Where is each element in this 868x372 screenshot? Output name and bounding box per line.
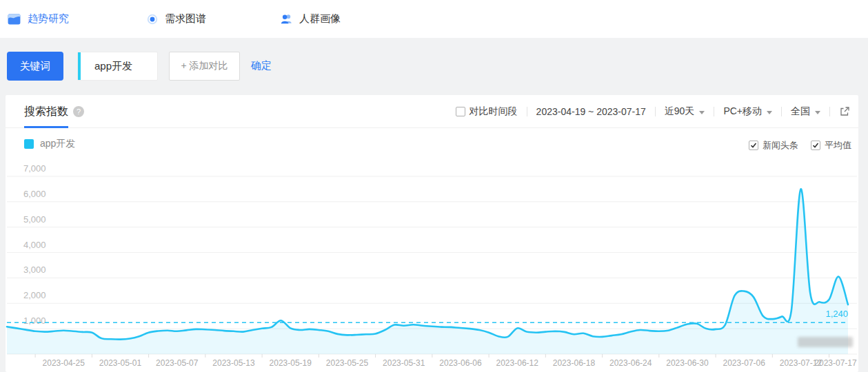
- svg-text:4,000: 4,000: [23, 240, 46, 250]
- svg-text:3,000: 3,000: [23, 265, 46, 275]
- region-dropdown[interactable]: 全国: [791, 105, 820, 118]
- divider: [655, 107, 656, 116]
- svg-text:2023-05-25: 2023-05-25: [326, 358, 369, 368]
- compare-period-label: 对比时间段: [470, 105, 518, 118]
- svg-text:2023-05-07: 2023-05-07: [156, 358, 199, 368]
- svg-text:2,000: 2,000: [23, 290, 46, 300]
- region-dropdown-value: 全国: [791, 105, 810, 118]
- platform-dropdown[interactable]: PC+移动: [723, 105, 772, 118]
- legend-item-series[interactable]: app开发: [24, 138, 75, 150]
- svg-text:2023-06-18: 2023-06-18: [553, 358, 596, 368]
- radar-dot-icon: [146, 13, 159, 25]
- svg-text:6,000: 6,000: [23, 189, 46, 199]
- search-index-panel: 搜索指数 ? 对比时间段 2023-04-19 ~ 2023-07-17 近90…: [6, 95, 858, 372]
- chevron-down-icon: [767, 111, 772, 114]
- date-range[interactable]: 2023-04-19 ~ 2023-07-17: [536, 106, 646, 117]
- svg-text:2023-05-13: 2023-05-13: [212, 358, 255, 368]
- divider: [527, 107, 527, 116]
- toggle-label: 新闻头条: [763, 139, 798, 152]
- compare-period-checkbox[interactable]: 对比时间段: [456, 105, 518, 118]
- svg-text:2023-05-19: 2023-05-19: [270, 358, 312, 368]
- svg-text:5,000: 5,000: [23, 214, 46, 225]
- range-dropdown[interactable]: 近90天: [665, 105, 705, 118]
- chart-controls: 对比时间段 2023-04-19 ~ 2023-07-17 近90天 PC+移动…: [456, 95, 850, 128]
- svg-text:2023-05-31: 2023-05-31: [383, 358, 425, 368]
- series-color-bar: [78, 52, 81, 80]
- help-icon[interactable]: ?: [73, 106, 84, 117]
- overlay-toggles: 新闻头条 平均值: [749, 139, 851, 152]
- legend-label: app开发: [40, 138, 75, 150]
- confirm-link[interactable]: 确定: [251, 59, 272, 72]
- nav-item-audience-profile[interactable]: 人群画像: [280, 0, 341, 38]
- panel-header: 搜索指数 ? 对比时间段 2023-04-19 ~ 2023-07-17 近90…: [6, 95, 858, 128]
- top-nav: 趋势研究 需求图谱 人群画像: [0, 0, 868, 38]
- legend-swatch: [24, 139, 34, 149]
- nav-item-demand-map[interactable]: 需求图谱: [146, 0, 206, 38]
- nav-label: 需求图谱: [165, 12, 206, 25]
- tab-label: 搜索指数: [24, 105, 68, 119]
- divider: [781, 107, 782, 116]
- svg-text:7,000: 7,000: [23, 163, 46, 174]
- tab-search-index[interactable]: 搜索指数 ?: [24, 95, 84, 128]
- svg-text:2023-05-01: 2023-05-01: [99, 358, 142, 368]
- range-dropdown-value: 近90天: [665, 105, 695, 118]
- news-headlines-toggle[interactable]: 新闻头条: [749, 139, 798, 152]
- nav-item-trend-research[interactable]: 趋势研究: [7, 0, 69, 38]
- baidu-index-page: 趋势研究 需求图谱 人群画像: [0, 0, 868, 372]
- keyword-value: app开发: [94, 60, 132, 73]
- divider: [829, 107, 830, 116]
- active-tab-underline: [24, 126, 68, 128]
- checkbox-checked-icon[interactable]: [749, 141, 758, 150]
- svg-text:2023-06-12: 2023-06-12: [496, 358, 539, 368]
- svg-text:2023-06-06: 2023-06-06: [439, 358, 482, 368]
- svg-text:2023-06-30: 2023-06-30: [666, 358, 709, 368]
- svg-text:2023-07-17: 2023-07-17: [814, 358, 857, 368]
- divider: [714, 107, 714, 116]
- toggle-label: 平均值: [825, 139, 851, 152]
- checkbox-checked-icon[interactable]: [811, 141, 820, 150]
- nav-label: 人群画像: [299, 12, 341, 25]
- chevron-down-icon: [815, 111, 820, 114]
- svg-text:2023-07-06: 2023-07-06: [723, 358, 766, 368]
- add-compare-button[interactable]: + 添加对比: [169, 52, 240, 81]
- keyword-input[interactable]: app开发: [77, 52, 158, 81]
- watermark: [798, 337, 853, 347]
- average-toggle[interactable]: 平均值: [811, 139, 851, 152]
- svg-text:2023-06-24: 2023-06-24: [609, 358, 652, 368]
- platform-dropdown-value: PC+移动: [723, 105, 762, 118]
- chevron-down-icon: [699, 111, 705, 114]
- nav-label: 趋势研究: [28, 12, 69, 25]
- svg-text:1,000: 1,000: [23, 316, 46, 326]
- checkbox-icon[interactable]: [456, 107, 465, 116]
- keyword-button[interactable]: 关键词: [7, 52, 63, 81]
- trend-chart-icon: [7, 12, 21, 26]
- export-icon[interactable]: [839, 106, 850, 117]
- svg-text:2023-04-25: 2023-04-25: [43, 358, 85, 368]
- people-icon: [280, 12, 293, 25]
- svg-text:1,240: 1,240: [825, 309, 848, 319]
- trend-line-chart[interactable]: 1,0002,0003,0004,0005,0006,0007,0002023-…: [6, 161, 858, 369]
